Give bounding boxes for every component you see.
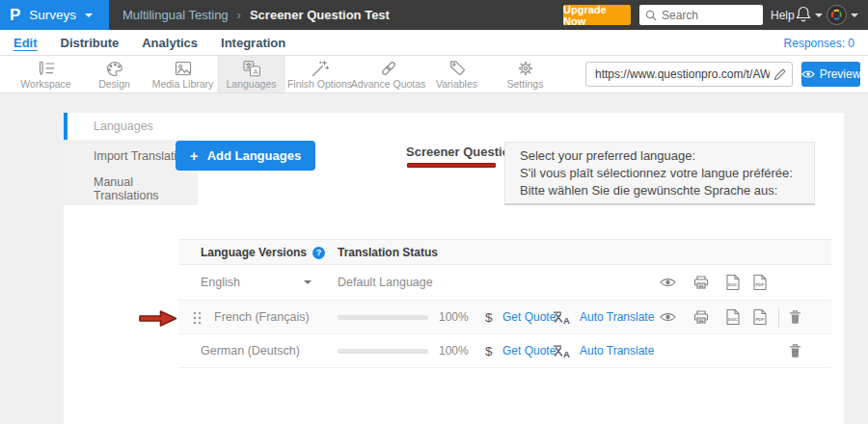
- eye-icon: [801, 69, 815, 79]
- workspace-icon: [36, 60, 57, 77]
- top-bar: P Surveys Multilingual Testing › Screene…: [0, 0, 868, 30]
- breadcrumb-parent[interactable]: Multilingual Testing: [122, 8, 229, 22]
- export-doc-button[interactable]: DOC: [725, 309, 740, 326]
- table-row-english: English Default Language DOC PDF: [178, 265, 831, 301]
- dollar-icon[interactable]: $: [485, 344, 493, 358]
- get-quote-link[interactable]: Get Quote: [502, 344, 556, 358]
- divider: [778, 307, 779, 328]
- survey-url-input[interactable]: [595, 67, 770, 81]
- get-quote-link[interactable]: Get Quote: [502, 310, 556, 324]
- export-doc-button[interactable]: DOC: [725, 275, 740, 291]
- red-arrow-annotation: [139, 309, 177, 328]
- progress-value: 100%: [439, 344, 469, 358]
- default-language-select[interactable]: English: [178, 265, 318, 300]
- drag-handle-icon[interactable]: [193, 311, 202, 325]
- avatar: [827, 5, 847, 25]
- language-name: German (Deutsch): [201, 344, 300, 358]
- export-pdf-button[interactable]: PDF: [752, 275, 767, 291]
- translation-progress-bar: [338, 349, 428, 354]
- chevron-down-icon: [85, 13, 93, 17]
- breadcrumb-current: Screener Question Test: [250, 8, 390, 22]
- languages-panel: Languages Import Translations Manual Tra…: [64, 113, 844, 424]
- toolbar-item-design[interactable]: Design: [80, 56, 149, 93]
- tag-icon: [447, 60, 468, 77]
- add-languages-label: Add Languages: [207, 148, 302, 163]
- plus-icon: +: [190, 148, 199, 163]
- print-button[interactable]: [693, 310, 709, 325]
- responses-count[interactable]: Responses: 0: [784, 37, 854, 50]
- help-circle-icon[interactable]: ?: [312, 247, 325, 259]
- toolbar-item-label: Finish Options: [287, 78, 352, 90]
- search-box[interactable]: [639, 5, 763, 25]
- screener-question-line: Bitte wählen Sie die gewünschte Sprache …: [520, 182, 814, 199]
- account-menu[interactable]: [827, 5, 858, 25]
- gear-icon: [515, 60, 536, 77]
- pencil-icon[interactable]: [773, 68, 786, 81]
- export-pdf-button[interactable]: PDF: [752, 309, 767, 326]
- auto-translate-icon[interactable]: A: [553, 310, 572, 325]
- svg-text:DOC: DOC: [728, 282, 739, 287]
- language-name: English: [201, 276, 240, 289]
- toolbar-item-label: Workspace: [20, 78, 70, 90]
- toolbar-item-label: Variables: [436, 78, 477, 90]
- toolbar-items: Workspace Design Media Library A Languag…: [12, 56, 559, 93]
- toolbar-item-finish-options[interactable]: Finish Options: [285, 56, 354, 93]
- preview-label: Preview: [820, 67, 861, 81]
- delete-language-button[interactable]: [789, 344, 801, 358]
- svg-text:PDF: PDF: [755, 317, 764, 322]
- preview-language-button[interactable]: [660, 277, 676, 288]
- translation-progress-bar: [338, 315, 428, 320]
- svg-text:PDF: PDF: [755, 282, 764, 287]
- toolbar-item-label: Languages: [227, 78, 277, 90]
- search-input[interactable]: [662, 9, 758, 22]
- toolbar-item-label: Media Library: [152, 78, 214, 90]
- toolbar-item-workspace[interactable]: Workspace: [12, 56, 80, 93]
- survey-url-box: [585, 62, 793, 87]
- product-label: Surveys: [29, 8, 76, 22]
- svg-text:DOC: DOC: [728, 317, 739, 322]
- toolbar-item-languages[interactable]: A Languages: [217, 56, 285, 93]
- svg-text:A: A: [563, 315, 570, 326]
- edit-toolbar: Workspace Design Media Library A Languag…: [0, 56, 868, 93]
- toolbar-item-variables[interactable]: Variables: [422, 56, 491, 93]
- tab-integration[interactable]: Integration: [221, 36, 285, 50]
- language-versions-table: Language Versions ? Translation Status E…: [178, 239, 831, 368]
- preview-button[interactable]: Preview: [801, 62, 860, 87]
- toolbar-item-media-library[interactable]: Media Library: [149, 56, 217, 93]
- progress-value: 100%: [439, 310, 469, 324]
- page: P Surveys Multilingual Testing › Screene…: [0, 0, 868, 424]
- screener-question-line: S'il vous plaît sélectionnez votre langu…: [520, 165, 814, 182]
- auto-translate-link[interactable]: Auto Translate: [580, 344, 654, 358]
- chevron-down-icon: [815, 13, 823, 17]
- tab-distribute[interactable]: Distribute: [61, 36, 120, 50]
- sidebar-item-languages[interactable]: Languages: [64, 113, 198, 140]
- add-languages-button[interactable]: + Add Languages: [176, 141, 315, 171]
- table-row-german: German (Deutsch) 100% $ Get Quote A Auto…: [178, 334, 831, 368]
- auto-translate-link[interactable]: Auto Translate: [580, 310, 654, 324]
- translate-icon: A: [241, 60, 262, 77]
- sidebar-item-manual-translations[interactable]: Manual Translations: [64, 172, 198, 205]
- bell-icon: [796, 6, 811, 23]
- tab-edit[interactable]: Edit: [14, 36, 38, 50]
- delete-language-button[interactable]: [789, 310, 801, 325]
- table-header: Language Versions ? Translation Status: [178, 239, 831, 265]
- toolbar-item-settings[interactable]: Settings: [491, 56, 559, 93]
- image-icon: [173, 60, 194, 77]
- print-button[interactable]: [693, 276, 709, 290]
- chevron-down-icon: [851, 13, 858, 17]
- dollar-icon[interactable]: $: [485, 310, 493, 325]
- upgrade-now-button[interactable]: Upgrade Now: [563, 5, 631, 25]
- table-row-french: French (Français) 100% $ Get Quote A Aut…: [178, 301, 831, 334]
- chain-links-icon: [378, 60, 399, 77]
- screener-question-box: Select your preferred language: S'il vou…: [504, 142, 815, 205]
- toolbar-item-advance-quotas[interactable]: Advance Quotas: [354, 56, 422, 93]
- surveys-menu[interactable]: P Surveys: [0, 0, 109, 30]
- svg-text:A: A: [253, 66, 258, 75]
- preview-language-button[interactable]: [660, 311, 676, 323]
- notifications-button[interactable]: [796, 6, 823, 23]
- palette-icon: [104, 60, 125, 77]
- wand-icon: [310, 60, 331, 77]
- help-link[interactable]: Help: [771, 9, 795, 22]
- auto-translate-icon[interactable]: A: [553, 344, 572, 358]
- tab-analytics[interactable]: Analytics: [142, 36, 198, 50]
